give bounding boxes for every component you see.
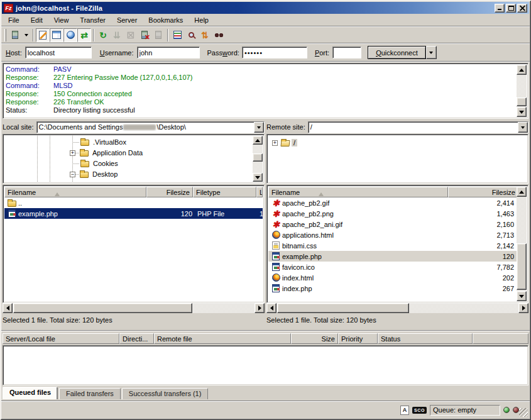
menu-transfer[interactable]: Transfer bbox=[74, 15, 111, 25]
menu-view[interactable]: View bbox=[48, 15, 75, 25]
column-header-filename[interactable]: Filename bbox=[4, 187, 146, 197]
directory-listing-filters-button[interactable] bbox=[170, 28, 184, 42]
column-header-priority[interactable]: Priority bbox=[338, 333, 378, 344]
toggle-remote-tree-button[interactable] bbox=[63, 28, 77, 42]
scroll-up-button[interactable] bbox=[517, 187, 527, 197]
local-site-combobox[interactable]: C:\Documents and Settings\Desktop\ bbox=[36, 121, 265, 133]
local-tree[interactable]: .VirtualBox +Application Data Cookies −D… bbox=[3, 134, 265, 184]
column-header-last-modified[interactable]: L bbox=[256, 187, 263, 197]
scroll-up-button[interactable] bbox=[253, 136, 263, 145]
synchronized-browsing-button[interactable]: ⇅ bbox=[198, 28, 212, 42]
column-header-size[interactable]: Size bbox=[291, 333, 338, 344]
scroll-up-button[interactable] bbox=[517, 65, 527, 75]
scroll-down-button[interactable] bbox=[253, 173, 263, 182]
file-row[interactable]: bitnami.css2,142 bbox=[268, 240, 517, 251]
file-row-example-php[interactable]: example.php 120 PHP File 1 bbox=[4, 208, 263, 219]
file-row-selected[interactable]: example.php120 bbox=[268, 251, 517, 262]
minimize-button[interactable] bbox=[495, 4, 505, 13]
file-row[interactable]: index.html202 bbox=[268, 272, 517, 283]
scroll-thumb[interactable] bbox=[253, 153, 263, 162]
menu-server[interactable]: Server bbox=[111, 15, 143, 25]
disconnect-button[interactable]: ✕ bbox=[138, 28, 151, 42]
scroll-down-button[interactable] bbox=[517, 291, 527, 301]
speed-limit-icon[interactable]: SCO bbox=[412, 407, 427, 414]
triangle-down-icon bbox=[255, 176, 260, 182]
toolbar-grip[interactable] bbox=[4, 29, 6, 41]
file-row-parent-dir[interactable]: .. bbox=[4, 197, 263, 208]
username-input[interactable] bbox=[137, 47, 200, 58]
title-bar[interactable]: Fz john@localhost - FileZilla bbox=[2, 2, 529, 14]
find-files-button[interactable] bbox=[212, 28, 226, 42]
scroll-thumb[interactable] bbox=[517, 97, 527, 106]
scroll-down-button[interactable] bbox=[517, 107, 527, 117]
remote-hscrollbar[interactable] bbox=[266, 303, 528, 313]
tree-item-root[interactable]: +/ bbox=[272, 138, 297, 148]
directory-comparison-button[interactable] bbox=[184, 28, 198, 42]
host-input[interactable] bbox=[25, 47, 92, 58]
remote-file-list[interactable]: Filename Filesize ✱apache_pb2.gif2,414 ✱… bbox=[266, 185, 528, 303]
remote-site-combobox[interactable]: / bbox=[308, 121, 528, 133]
quickconnect-dropdown-button[interactable] bbox=[426, 46, 437, 59]
password-input[interactable] bbox=[242, 47, 307, 58]
local-file-list[interactable]: Filename Filesize Filetype L .. example.… bbox=[3, 185, 265, 303]
menu-help[interactable]: Help bbox=[189, 15, 214, 25]
scroll-right-button[interactable] bbox=[255, 303, 265, 313]
tree-item-application-data[interactable]: +Application Data bbox=[70, 148, 145, 158]
menu-edit[interactable]: Edit bbox=[25, 15, 48, 25]
file-row[interactable]: applications.html2,713 bbox=[268, 229, 517, 240]
close-button[interactable] bbox=[517, 4, 527, 13]
quickconnect-button[interactable]: Quickconnect bbox=[368, 46, 426, 59]
column-header-filetype[interactable]: Filetype bbox=[193, 187, 256, 197]
tree-connector bbox=[72, 142, 80, 143]
tab-failed-transfers[interactable]: Failed transfers bbox=[59, 388, 121, 399]
column-header-status[interactable]: Status bbox=[378, 333, 473, 344]
site-manager-dropdown-button[interactable] bbox=[22, 28, 31, 42]
scroll-thumb[interactable] bbox=[277, 303, 409, 313]
local-tree-scrollbar[interactable] bbox=[253, 136, 263, 182]
column-header-filename[interactable]: Filename bbox=[268, 187, 448, 197]
tab-successful-transfers[interactable]: Successful transfers (1) bbox=[122, 388, 209, 399]
expand-icon[interactable]: + bbox=[70, 150, 75, 156]
file-row[interactable]: ✱apache_pb2_ani.gif2,160 bbox=[268, 219, 517, 229]
tree-item-cookies[interactable]: Cookies bbox=[80, 158, 120, 169]
log-scrollbar[interactable] bbox=[517, 65, 527, 117]
scroll-thumb[interactable] bbox=[13, 303, 192, 313]
menu-bookmarks[interactable]: Bookmarks bbox=[143, 15, 189, 25]
column-header-remote-file[interactable]: Remote file bbox=[154, 333, 291, 344]
scroll-right-button[interactable] bbox=[518, 303, 528, 313]
menu-file[interactable]: File bbox=[3, 15, 25, 25]
remote-tree[interactable]: +/ bbox=[266, 134, 528, 184]
local-site-dropdown[interactable] bbox=[254, 122, 264, 133]
toggle-transfer-queue-button[interactable]: ⇄ bbox=[77, 28, 91, 42]
scroll-left-button[interactable] bbox=[3, 303, 13, 313]
expand-icon[interactable]: + bbox=[272, 140, 278, 146]
tab-queued-files[interactable]: Queued files bbox=[3, 387, 58, 399]
data-type-icon[interactable]: A bbox=[400, 406, 409, 415]
triangle-up-icon bbox=[255, 136, 260, 142]
column-header-filesize[interactable]: Filesize bbox=[448, 187, 518, 197]
scroll-left-button[interactable] bbox=[266, 303, 276, 313]
collapse-icon[interactable]: − bbox=[70, 172, 75, 177]
column-header-filesize[interactable]: Filesize bbox=[146, 187, 193, 197]
resize-grip[interactable] bbox=[519, 408, 528, 417]
column-header-direction[interactable]: Directi... bbox=[119, 333, 154, 344]
file-row[interactable]: favicon.ico7,782 bbox=[268, 262, 517, 272]
message-log[interactable]: Command:PASV Response:227 Entering Passi… bbox=[3, 63, 528, 119]
toggle-local-tree-button[interactable] bbox=[50, 28, 63, 42]
site-manager-button[interactable] bbox=[8, 28, 22, 42]
scroll-thumb[interactable] bbox=[517, 243, 527, 290]
refresh-button[interactable]: ↻ bbox=[96, 28, 110, 42]
file-row[interactable]: index.php267 bbox=[268, 283, 517, 294]
queue-list[interactable] bbox=[3, 345, 528, 385]
tree-item-desktop[interactable]: −Desktop bbox=[70, 169, 119, 179]
port-input[interactable] bbox=[332, 47, 361, 58]
file-row[interactable]: ✱apache_pb2.png1,463 bbox=[268, 208, 517, 219]
toggle-message-log-button[interactable] bbox=[36, 28, 50, 42]
tree-item-virtualbox[interactable]: .VirtualBox bbox=[80, 137, 128, 147]
remote-list-scrollbar[interactable] bbox=[517, 187, 527, 301]
column-header-server-local-file[interactable]: Server/Local file bbox=[3, 333, 119, 344]
remote-site-dropdown[interactable] bbox=[518, 122, 528, 133]
maximize-button[interactable] bbox=[506, 4, 516, 13]
file-row[interactable]: ✱apache_pb2.gif2,414 bbox=[268, 197, 517, 208]
local-hscrollbar[interactable] bbox=[3, 303, 265, 313]
